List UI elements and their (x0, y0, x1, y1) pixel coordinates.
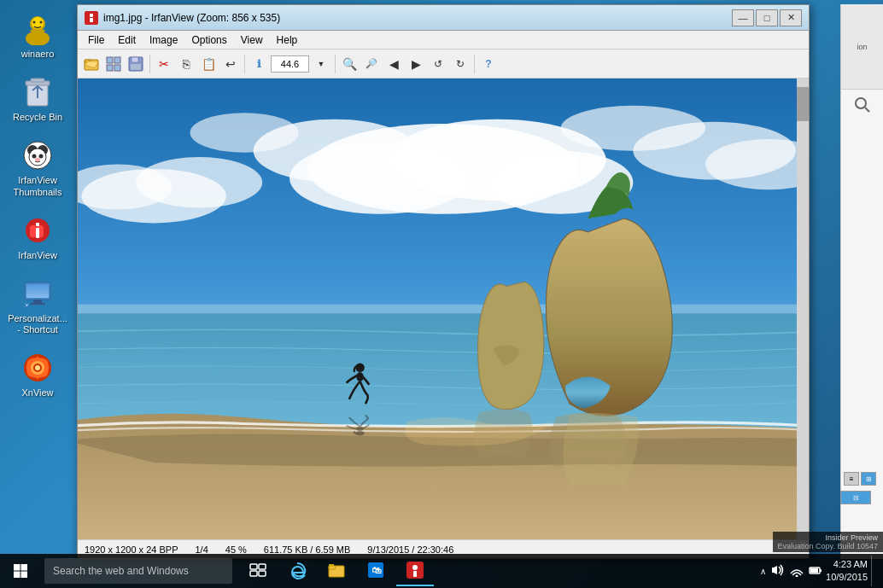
battery-icon[interactable] (809, 563, 822, 579)
zoom-dropdown-button[interactable]: ▼ (311, 54, 331, 74)
paste-button[interactable]: 📋 (198, 54, 219, 74)
svg-rect-71 (21, 572, 28, 579)
svg-point-13 (39, 154, 44, 159)
thumbnails-button[interactable] (103, 54, 124, 74)
frame-info: 1/4 (195, 544, 208, 555)
zoom-input[interactable] (271, 55, 309, 73)
scrollbar-thumb[interactable] (797, 87, 809, 121)
svg-marker-24 (26, 305, 28, 306)
irfanview-icon (20, 213, 55, 247)
svg-point-85 (796, 575, 798, 578)
toolbar-separator-2 (244, 55, 245, 73)
store-icon: 🛍 (366, 561, 385, 579)
irfanview-label: IrfanView (18, 250, 57, 261)
file-explorer-button[interactable] (318, 556, 355, 586)
svg-rect-46 (131, 64, 141, 70)
right-panel-search-area (841, 90, 883, 120)
start-button[interactable] (0, 554, 41, 588)
desktop-icon-personalization[interactable]: Personalizat... - Shortcut (3, 273, 72, 339)
desktop-icon-winaero[interactable]: winaero (3, 9, 72, 63)
menu-image[interactable]: Image (143, 32, 184, 48)
toolbar-separator-1 (149, 55, 150, 73)
winaero-icon (20, 12, 55, 46)
task-view-button[interactable] (239, 556, 277, 586)
menu-file[interactable]: File (81, 32, 111, 48)
file-explorer-icon (327, 561, 346, 579)
save-button[interactable] (126, 54, 146, 74)
zoom-out-button[interactable]: 🔎 (361, 54, 382, 74)
svg-text:🛍: 🛍 (371, 565, 382, 575)
desktop-icon-irfanview[interactable]: IrfanView (3, 210, 72, 265)
taskbar-search-input[interactable] (44, 558, 232, 584)
desktop-icon-area: winaero Recycle Bin (0, 0, 75, 588)
show-desktop-button[interactable] (871, 556, 876, 586)
recycle-bin-icon (20, 75, 55, 109)
image-area (78, 79, 809, 539)
xnview-icon (20, 351, 55, 385)
file-size: 611.75 KB / 6.59 MB (264, 544, 351, 555)
undo-button[interactable]: ↩ (220, 54, 241, 74)
volume-icon[interactable] (771, 563, 785, 579)
svg-rect-45 (132, 57, 138, 62)
open-button[interactable] (81, 54, 102, 74)
prev-image-button[interactable]: ◀ (383, 54, 404, 74)
info-button[interactable]: ℹ (249, 54, 269, 74)
view-toggles: ≡ ⊞ (840, 469, 880, 489)
delete-button[interactable]: ✂ (154, 54, 174, 74)
svg-rect-16 (36, 223, 39, 226)
next-image-button[interactable]: ▶ (406, 54, 426, 74)
menu-edit[interactable]: Edit (111, 32, 143, 48)
title-bar: img1.jpg - IrfanView (Zoom: 856 x 535) —… (78, 5, 809, 31)
list-view-toggle[interactable]: ≡ (844, 472, 859, 486)
image-datetime: 9/13/2015 / 22:30:46 (367, 544, 453, 555)
desktop: winaero Recycle Bin (0, 0, 883, 588)
svg-point-11 (29, 148, 46, 166)
tray-expand-button[interactable]: ∧ (760, 567, 766, 576)
system-clock[interactable]: 4:23 AM 10/9/2015 (826, 558, 868, 585)
clock-date: 10/9/2015 (826, 571, 868, 584)
svg-point-63 (355, 364, 365, 373)
rotate-right-button[interactable]: ↻ (450, 54, 471, 74)
copy-button[interactable]: ⎘ (176, 54, 196, 74)
vertical-scrollbar[interactable] (797, 79, 809, 539)
insider-preview-badge: Insider Preview Evaluation Copy. Build 1… (773, 532, 883, 552)
winaero-label: winaero (21, 49, 55, 60)
svg-rect-73 (259, 564, 266, 569)
menu-help[interactable]: Help (270, 32, 305, 48)
desktop-icon-xnview[interactable]: XnView (3, 347, 72, 402)
rotate-left-button[interactable]: ↺ (428, 54, 448, 74)
svg-rect-88 (810, 568, 818, 573)
zoom-in-button[interactable]: 🔍 (339, 54, 360, 74)
svg-rect-17 (36, 228, 39, 238)
svg-rect-20 (26, 284, 49, 298)
svg-rect-42 (107, 65, 113, 71)
store-button[interactable]: 🛍 (357, 556, 395, 586)
tray-icons: ∧ (760, 563, 822, 579)
svg-rect-78 (329, 564, 334, 567)
svg-point-58 (190, 113, 299, 153)
svg-rect-72 (250, 564, 257, 569)
close-button[interactable]: ✕ (780, 9, 802, 26)
grid-view-toggle[interactable]: ⊞ (861, 472, 876, 486)
taskbar: 🛍 ∧ (0, 554, 883, 588)
irfanview-thumbnails-label: IrfanView Thumbnails (7, 175, 68, 197)
menu-bar: File Edit Image Options View Help (78, 31, 809, 49)
irfanview-taskbar-button[interactable] (396, 556, 434, 586)
network-icon[interactable] (790, 563, 804, 579)
svg-point-82 (412, 565, 418, 570)
toolbar: ✂ ⎘ 📋 ↩ ℹ ▼ 🔍 🔎 ◀ ▶ ↺ ↻ (78, 49, 809, 79)
maximize-button[interactable]: □ (756, 9, 778, 26)
detail-view-toggle[interactable]: ⊟ (840, 491, 871, 504)
svg-rect-87 (820, 569, 822, 572)
svg-rect-84 (772, 568, 774, 573)
taskbar-tasks: 🛍 (239, 556, 434, 586)
menu-options[interactable]: Options (184, 32, 233, 48)
app-window: img1.jpg - IrfanView (Zoom: 856 x 535) —… (77, 4, 810, 559)
menu-view[interactable]: View (234, 32, 270, 48)
edge-button[interactable] (278, 556, 316, 586)
desktop-icon-irfanview-thumbnails[interactable]: IrfanView Thumbnails (3, 135, 72, 201)
svg-point-3 (33, 21, 36, 24)
minimize-button[interactable]: — (732, 9, 754, 26)
help-button[interactable]: ? (478, 54, 499, 74)
desktop-icon-recycle-bin[interactable]: Recycle Bin (3, 72, 72, 126)
